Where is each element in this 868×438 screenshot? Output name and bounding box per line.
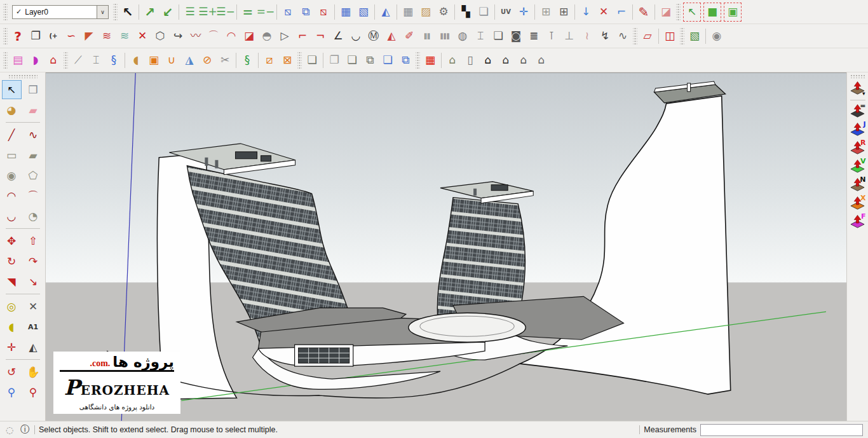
select-group-dashed-icon[interactable]: ▣ (724, 3, 742, 22)
pushpull-joint-icon[interactable]: J (848, 121, 867, 139)
toolbar-gripper[interactable] (680, 28, 684, 44)
move-tool[interactable]: ✥ (2, 231, 22, 250)
edges-add-icon[interactable]: ☰+ (199, 3, 217, 22)
wedge-cut-icon[interactable]: ⊘ (198, 51, 216, 70)
cabinet-icon[interactable]: ▯ (461, 51, 479, 70)
pushpull-normal-icon[interactable]: N (848, 176, 867, 195)
3d-text-tool[interactable]: ◭ (24, 338, 43, 357)
circle-tool[interactable]: ◉ (2, 166, 22, 185)
copy-materials-icon[interactable]: ❏ (475, 3, 492, 22)
toolbar-gripper[interactable] (297, 52, 302, 69)
wrinkled-sphere-icon[interactable]: ◉ (708, 27, 726, 46)
pushpull-follow-icon[interactable]: F (848, 213, 867, 231)
wedge-arrow-icon[interactable]: ◮ (180, 51, 198, 70)
toolbar-gripper[interactable] (676, 4, 681, 20)
drape-dome-icon[interactable]: ◓ (258, 27, 276, 46)
layer-stack-icon[interactable]: ≋ (98, 27, 116, 46)
pushpull-equal-icon[interactable]: = (848, 102, 867, 121)
select-tool[interactable]: ↖ (2, 80, 22, 99)
grid-fill-alt-icon[interactable]: ▧ (355, 3, 372, 22)
selection-grow-icon[interactable]: ↗ (141, 3, 159, 22)
solids-pair-icon[interactable]: ❏ (303, 51, 321, 70)
color-stack-icon[interactable]: ≋ (116, 27, 133, 46)
protractor-tool[interactable]: ◖ (2, 317, 22, 336)
grid-quarters-icon[interactable]: ⊞ (555, 3, 573, 22)
house-3d-icon[interactable]: ⌂ (444, 51, 461, 70)
toolbar-gripper[interactable] (850, 74, 865, 78)
extrude-door-icon[interactable]: ◗ (27, 51, 44, 70)
s-curve-tool-icon[interactable]: § (238, 51, 256, 70)
zoom-tool[interactable]: ⚲ (2, 383, 22, 402)
select-face-dashed-icon[interactable]: ■ (703, 3, 721, 22)
hexagon-dashed-icon[interactable]: ⬡ (151, 27, 169, 46)
edge-delete-icon[interactable]: ✕ (595, 3, 613, 22)
corner-route-icon[interactable]: ⌐ (613, 3, 630, 22)
blade-cross-icon[interactable]: ✂ (216, 51, 234, 70)
toolbar-gripper[interactable] (8, 74, 37, 78)
zigzag-arrow-icon[interactable]: ↯ (596, 27, 614, 46)
solid-subtract-icon[interactable]: ⧉ (361, 51, 379, 70)
angle-line-icon[interactable]: ∠ (329, 27, 347, 46)
scale-tool[interactable]: ◥ (2, 272, 22, 291)
cutaway-box-icon[interactable]: ◪ (240, 27, 258, 46)
solid-trim-icon[interactable]: ❏ (379, 51, 397, 70)
triangulate-icon[interactable]: ◭ (377, 3, 395, 22)
wire-dome-icon[interactable]: ◠ (222, 27, 240, 46)
face-diagonal-icon[interactable]: ⧅ (279, 3, 297, 22)
rotate-tool[interactable]: ↻ (2, 252, 22, 271)
solid-intersect-icon[interactable]: ⧉ (397, 51, 414, 70)
pan-tool[interactable]: ✋ (24, 362, 43, 381)
sandbox-grid-icon[interactable]: ▨ (417, 3, 435, 22)
unfold-arrow-icon[interactable]: ▷ (276, 27, 294, 46)
toolbar-gripper[interactable] (3, 28, 8, 44)
pipe-bend-icon[interactable]: ⌒ (205, 27, 222, 46)
track-curve-icon[interactable]: ∿ (614, 27, 632, 46)
pin-tool-icon[interactable]: ⊺ (543, 27, 560, 46)
follow-me-tool[interactable]: ↷ (24, 252, 43, 271)
layout-sheet-icon[interactable]: ▤ (9, 51, 27, 70)
column-small-icon[interactable]: ⌶ (471, 27, 489, 46)
drawing-canvas[interactable]: .com. پروژه ها PEROZHEHA دانلود پروژه ها… (46, 72, 846, 421)
sail-triangle-icon[interactable]: ◭ (383, 27, 400, 46)
arc-tool[interactable]: ◠ (2, 186, 22, 205)
corner-line-icon[interactable]: ⌐ (294, 27, 311, 46)
toolbar-gripper[interactable] (416, 52, 420, 69)
layers-dropdown[interactable]: ✓ Layer0 ∨ (12, 5, 109, 19)
roof-lift-icon[interactable]: ⌂ (44, 51, 62, 70)
geolocation-icon[interactable]: ◌ (4, 425, 15, 435)
pushpull-extrude-icon[interactable]: X (848, 195, 867, 213)
frame-diagonal-icon[interactable]: ⧄ (261, 51, 278, 70)
orbit-tool[interactable]: ↺ (2, 362, 22, 381)
i-beam-icon[interactable]: ⌶ (87, 51, 105, 70)
paint-bucket-tool[interactable]: ◕ (2, 100, 22, 120)
crumple-sheet-icon[interactable]: 〰 (187, 27, 205, 46)
axes-question-icon[interactable]: ? (9, 27, 27, 46)
pedestal-icon[interactable]: ⊥ (560, 27, 578, 46)
bezier-curve-icon[interactable]: ∽ (62, 27, 80, 46)
pushpull-round-icon[interactable]: R (848, 139, 867, 158)
red-pencil-icon[interactable]: ✎ (635, 3, 653, 22)
fold-book-icon[interactable]: ❏ (489, 27, 507, 46)
make-component-tool[interactable]: ❒ (24, 80, 43, 99)
freehand-tool[interactable]: ∿ (24, 125, 43, 144)
orange-frame-icon[interactable]: ▣ (145, 51, 163, 70)
rectangle-tool[interactable]: ▭ (2, 146, 22, 165)
paper-fox-icon[interactable]: ◤ (80, 27, 98, 46)
house-dormer-icon[interactable]: ⌂ (497, 51, 515, 70)
grid-fill-icon[interactable]: ▦ (337, 3, 355, 22)
outer-shell-icon[interactable]: ❐ (325, 51, 343, 70)
texture-map-icon[interactable]: ▧ (686, 27, 703, 46)
robot-icon[interactable]: ⚙ (435, 3, 452, 22)
section-plane-icon[interactable]: ◫ (661, 27, 679, 46)
bricks-icon[interactable]: ▦ (421, 51, 439, 70)
uv-mapping-icon[interactable]: UV (497, 3, 515, 22)
checker-material-icon[interactable]: ▚ (457, 3, 475, 22)
layers-dropdown-arrow-icon[interactable]: ∨ (97, 6, 108, 18)
edge-pair-remove-icon[interactable]: =− (257, 3, 275, 22)
corner-line-alt-icon[interactable]: ¬ (311, 27, 329, 46)
house-solid-icon[interactable]: ⌂ (479, 51, 497, 70)
face-diagonals-red-icon[interactable]: ⧅ (315, 3, 332, 22)
toolbar-gripper[interactable] (3, 4, 8, 20)
columns-cluster-icon[interactable]: ∥∥∥ (436, 27, 454, 46)
component-sheet-icon[interactable]: ❐ (27, 27, 44, 46)
